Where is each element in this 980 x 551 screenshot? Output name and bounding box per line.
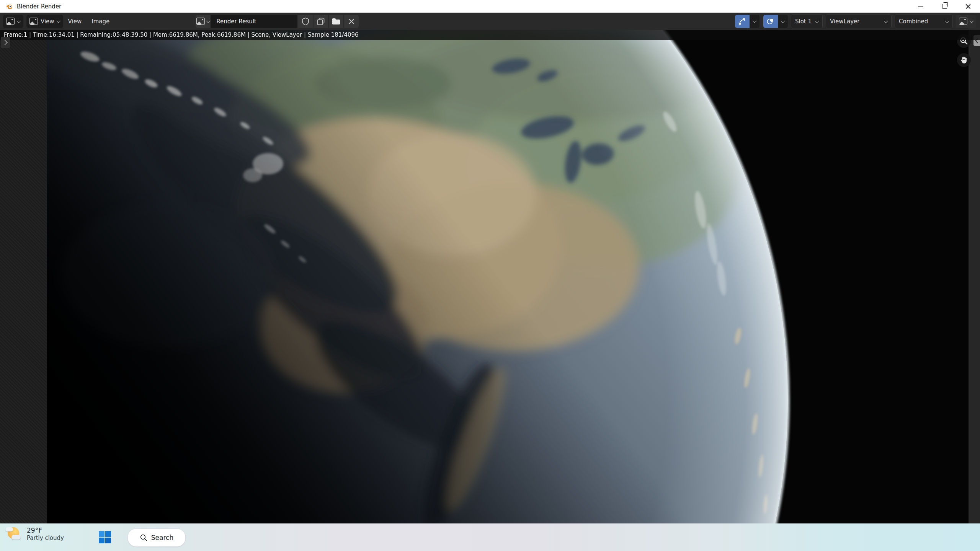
view-layer-label: ViewLayer	[830, 18, 859, 25]
render-slot-dropdown[interactable]: Slot 1	[791, 15, 823, 28]
chevron-down-icon	[752, 18, 756, 23]
overlays-toggle-group	[763, 15, 788, 28]
start-button[interactable]	[99, 531, 111, 544]
weather-condition: Partly cloudy	[27, 535, 64, 542]
chevron-down-icon	[56, 18, 60, 23]
close-button[interactable]	[956, 0, 980, 13]
window-title: Blender Render	[17, 3, 61, 10]
minimize-icon	[918, 6, 923, 7]
blender-logo-icon	[5, 3, 13, 10]
chevron-down-icon	[969, 18, 973, 23]
minimize-button[interactable]	[909, 0, 933, 13]
gizmo-icon	[738, 18, 746, 25]
image-icon	[29, 18, 38, 25]
chevron-right-icon	[2, 40, 7, 45]
render-status-bar: Frame:1 | Time:16:34.01 | Remaining:05:4…	[0, 30, 980, 40]
new-image-button[interactable]	[314, 15, 328, 28]
render-pass-label: Combined	[899, 18, 928, 25]
unlink-image-button[interactable]	[344, 15, 359, 28]
menu-image[interactable]: Image	[87, 18, 114, 25]
editor-mode-dropdown[interactable]: View	[26, 15, 63, 28]
image-editor-icon	[6, 18, 15, 25]
weather-widget[interactable]: 29°F Partly cloudy	[5, 527, 64, 542]
search-icon	[140, 534, 147, 541]
image-icon	[959, 18, 967, 25]
overlays-toggle-button[interactable]	[763, 15, 778, 28]
display-channels-button[interactable]	[956, 15, 976, 28]
image-datablock-controls: Render Result	[195, 15, 359, 28]
folder-icon	[332, 18, 340, 25]
maximize-button[interactable]	[933, 0, 956, 13]
restore-icon	[942, 4, 947, 9]
image-editor-viewport[interactable]: Frame:1 | Time:16:34.01 | Remaining:05:4…	[0, 30, 980, 523]
gizmos-toggle-group	[735, 15, 760, 28]
overlays-dropdown[interactable]	[778, 15, 788, 28]
taskbar: 29°F Partly cloudy Search	[0, 523, 980, 551]
image-editor-header: View View Image Render Result	[0, 13, 980, 30]
chevron-down-icon	[884, 18, 888, 23]
open-image-button[interactable]	[329, 15, 343, 28]
render-pass-dropdown[interactable]: Combined	[895, 15, 953, 28]
gizmos-dropdown[interactable]	[750, 15, 760, 28]
image-icon	[196, 18, 205, 25]
fake-user-button[interactable]	[298, 15, 313, 28]
duplicate-icon	[317, 18, 325, 25]
toolbar-expand-button[interactable]	[1, 37, 10, 48]
shield-icon	[302, 18, 309, 25]
chevron-down-icon	[945, 18, 949, 23]
window-titlebar: Blender Render	[0, 0, 980, 13]
chevron-down-icon	[16, 18, 21, 23]
editor-mode-label: View	[41, 18, 54, 25]
chevron-down-icon	[781, 18, 785, 23]
earth-render-image	[0, 30, 980, 523]
close-icon	[965, 4, 971, 9]
image-name-field[interactable]: Render Result	[211, 15, 297, 28]
viewport-right-region	[969, 30, 980, 523]
menu-view[interactable]: View	[63, 18, 87, 25]
partly-cloudy-night-icon	[5, 527, 22, 542]
search-box[interactable]: Search	[127, 528, 186, 547]
view-layer-dropdown[interactable]: ViewLayer	[826, 15, 892, 28]
render-slot-label: Slot 1	[795, 18, 812, 25]
close-icon	[348, 18, 354, 24]
render-status-text: Frame:1 | Time:16:34.01 | Remaining:05:4…	[4, 31, 359, 38]
overlays-icon	[767, 18, 774, 25]
browse-image-button[interactable]	[196, 15, 210, 28]
weather-temperature: 29°F	[27, 527, 64, 535]
header-right-controls: Slot 1 ViewLayer Combined	[731, 15, 976, 28]
editor-type-button[interactable]	[3, 15, 23, 28]
pan-button[interactable]	[957, 53, 971, 67]
hand-icon	[960, 56, 968, 64]
chevron-down-icon	[206, 18, 210, 23]
gizmos-toggle-button[interactable]	[735, 15, 750, 28]
chevron-down-icon	[815, 18, 819, 23]
search-label: Search	[151, 534, 173, 541]
